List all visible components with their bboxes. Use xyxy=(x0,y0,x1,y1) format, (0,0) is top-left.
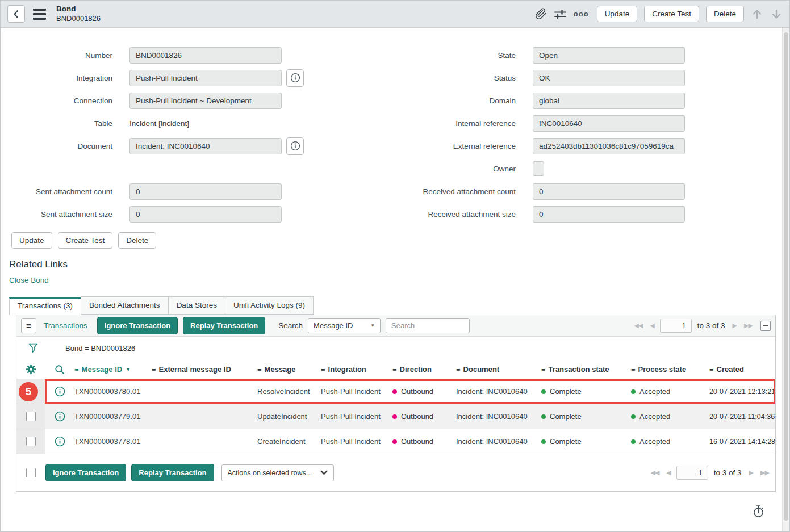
vertical-scrollbar-track[interactable] xyxy=(782,28,789,532)
replay-transaction-button-footer[interactable]: Replay Transaction xyxy=(131,464,214,481)
message-id-link[interactable]: TXN0000003780.01 xyxy=(74,387,152,396)
response-time-stopwatch-icon[interactable] xyxy=(753,505,764,520)
more-options-button[interactable]: ooo xyxy=(574,10,589,18)
column-header-external-message-id[interactable]: ≡ External message ID xyxy=(152,365,257,374)
list-context-menu-icon[interactable]: ≡ xyxy=(21,318,36,333)
attachment-paperclip-icon[interactable] xyxy=(535,8,547,20)
column-header-message[interactable]: ≡ Message xyxy=(257,365,321,374)
column-search-icon[interactable] xyxy=(45,365,74,375)
tab-data-stores[interactable]: Data Stores xyxy=(168,296,225,315)
first-page-icon[interactable]: ◀◀ xyxy=(632,322,644,329)
previous-record-arrow-icon[interactable] xyxy=(751,8,763,20)
direction-value: Outbound xyxy=(401,387,433,396)
tab-bonded-attachments[interactable]: Bonded Attachments xyxy=(81,296,169,315)
replay-transaction-button[interactable]: Replay Transaction xyxy=(183,317,265,334)
column-header-process-state[interactable]: ≡ Process state xyxy=(631,365,709,374)
column-header-document[interactable]: ≡ Document xyxy=(456,365,541,374)
delete-button[interactable]: Delete xyxy=(118,232,156,249)
document-link[interactable]: Incident: INC0010640 xyxy=(456,437,541,446)
create-test-button[interactable]: Create Test xyxy=(58,232,113,249)
create-test-button-header[interactable]: Create Test xyxy=(644,6,699,22)
filter-breadcrumb[interactable]: Bond = BND0001826 xyxy=(65,344,135,353)
sent-attachment-size-label: Sent attachment size xyxy=(1,210,129,219)
annotation-badge-5: 5 xyxy=(19,382,38,401)
previous-page-icon[interactable]: ◀ xyxy=(664,469,672,476)
tab-unifi-activity-logs[interactable]: Unifi Activity Logs (9) xyxy=(225,296,314,315)
previous-page-icon[interactable]: ◀ xyxy=(648,322,655,329)
sent-attachment-size-field[interactable] xyxy=(129,206,282,223)
column-label: Message xyxy=(265,365,296,374)
column-header-integration[interactable]: ≡ Integration xyxy=(321,365,392,374)
state-field[interactable] xyxy=(533,47,685,64)
personalize-form-sliders-icon[interactable] xyxy=(554,9,567,20)
row-info-icon[interactable] xyxy=(45,411,74,422)
integration-link[interactable]: Push-Pull Incident xyxy=(321,412,392,421)
actions-on-selected-rows-select[interactable]: Actions on selected rows... xyxy=(221,464,334,481)
received-attachment-size-field[interactable] xyxy=(533,206,685,223)
integration-field[interactable] xyxy=(129,70,282,86)
message-link[interactable]: ResolveIncident xyxy=(257,387,321,396)
related-list-section: Transactions (3) Bonded Attachments Data… xyxy=(1,296,789,492)
column-menu-icon: ≡ xyxy=(709,365,714,374)
integration-link[interactable]: Push-Pull Incident xyxy=(321,437,392,446)
column-header-transaction-state[interactable]: ≡ Transaction state xyxy=(541,365,631,374)
column-header-created[interactable]: ≡ Created xyxy=(709,365,775,374)
next-page-icon[interactable]: ▶ xyxy=(747,469,755,476)
column-header-direction[interactable]: ≡ Direction xyxy=(392,365,456,374)
last-page-icon[interactable]: ▶▶ xyxy=(759,469,771,476)
row-info-icon[interactable] xyxy=(45,436,74,447)
message-link[interactable]: CreateIncident xyxy=(257,437,321,446)
row-checkbox[interactable] xyxy=(26,412,36,421)
connection-field[interactable] xyxy=(129,93,282,109)
internal-reference-field[interactable] xyxy=(533,115,685,132)
integration-preview-button[interactable] xyxy=(286,69,304,87)
next-record-arrow-icon[interactable] xyxy=(770,8,783,20)
integration-link[interactable]: Push-Pull Incident xyxy=(321,387,392,396)
select-all-checkbox[interactable] xyxy=(26,468,36,477)
next-page-icon[interactable]: ▶ xyxy=(731,322,738,329)
sent-attachment-count-field[interactable] xyxy=(129,183,282,200)
column-menu-icon: ≡ xyxy=(74,365,79,374)
document-link[interactable]: Incident: INC0010640 xyxy=(456,387,541,396)
status-field[interactable] xyxy=(533,70,685,86)
document-preview-button[interactable] xyxy=(286,137,304,155)
complete-dot-icon xyxy=(541,389,546,394)
page-number-input[interactable] xyxy=(660,319,692,333)
message-link[interactable]: UpdateIncident xyxy=(257,412,321,421)
number-field[interactable] xyxy=(129,47,282,64)
document-field[interactable] xyxy=(129,138,282,154)
back-button[interactable] xyxy=(7,5,25,23)
message-id-link[interactable]: TXN0000003778.01 xyxy=(74,437,152,446)
collapse-list-icon[interactable] xyxy=(760,321,771,331)
search-field-select[interactable]: Message ID ▼ xyxy=(308,318,381,333)
column-label: Process state xyxy=(638,365,687,374)
last-page-icon[interactable]: ▶▶ xyxy=(742,322,754,329)
received-attachment-count-field[interactable] xyxy=(533,183,685,200)
page-number-input[interactable] xyxy=(676,466,708,480)
outbound-dot-icon xyxy=(392,389,397,394)
row-info-icon[interactable] xyxy=(45,386,74,397)
ignore-transaction-button[interactable]: Ignore Transaction xyxy=(97,317,178,334)
search-input[interactable] xyxy=(386,318,470,333)
list-personalize-gear-icon[interactable] xyxy=(16,364,45,375)
direction-value: Outbound xyxy=(401,437,433,446)
update-button[interactable]: Update xyxy=(11,232,52,249)
first-page-icon[interactable]: ◀◀ xyxy=(649,469,661,476)
ignore-transaction-button-footer[interactable]: Ignore Transaction xyxy=(45,464,126,481)
close-bond-link[interactable]: Close Bond xyxy=(9,276,49,284)
column-menu-icon: ≡ xyxy=(257,365,262,374)
row-checkbox[interactable] xyxy=(26,437,36,446)
vertical-scrollbar-thumb[interactable] xyxy=(784,32,788,521)
update-button-header[interactable]: Update xyxy=(597,6,638,22)
filter-funnel-icon[interactable] xyxy=(21,342,45,354)
delete-button-header[interactable]: Delete xyxy=(706,6,744,22)
domain-field[interactable] xyxy=(533,93,685,109)
message-id-link[interactable]: TXN0000003779.01 xyxy=(74,412,152,421)
external-reference-field[interactable] xyxy=(533,138,685,154)
owner-field[interactable] xyxy=(533,161,544,176)
form-context-menu-icon[interactable] xyxy=(33,9,46,20)
tab-transactions[interactable]: Transactions (3) xyxy=(9,297,81,315)
record-type-title: Bond xyxy=(56,4,101,14)
column-header-message-id[interactable]: ≡ Message ID ▼ xyxy=(74,365,152,374)
document-link[interactable]: Incident: INC0010640 xyxy=(456,412,541,421)
